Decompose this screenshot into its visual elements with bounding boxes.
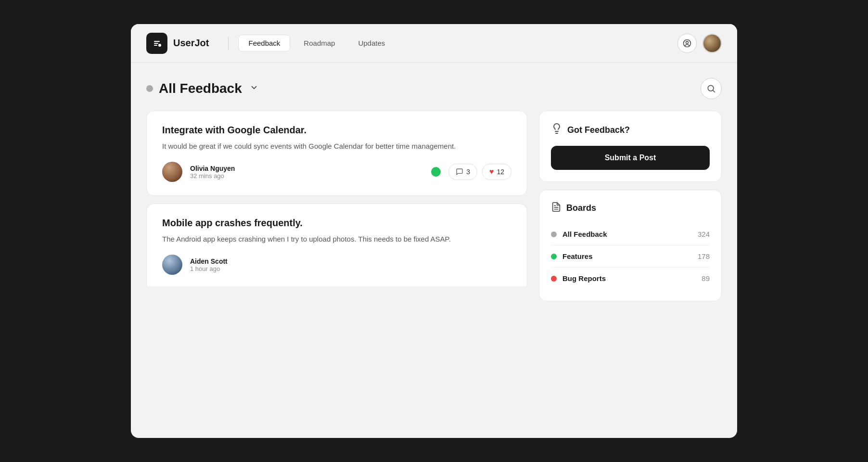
post-1-author-name: Olivia Nguyen [190, 165, 423, 172]
notification-button[interactable] [677, 34, 697, 53]
board-count-features: 178 [698, 252, 710, 260]
post-1-status-dot [431, 167, 441, 177]
nav-feedback[interactable]: Feedback [238, 35, 290, 51]
user-avatar[interactable] [702, 34, 722, 53]
post-1-author-info: Olivia Nguyen 32 mins ago [190, 165, 423, 180]
got-feedback-title: Got Feedback? [567, 125, 630, 135]
comment-icon [456, 168, 463, 176]
post-2-footer: Aiden Scott 1 hour ago [162, 255, 511, 275]
post-2-author-time: 1 hour ago [190, 265, 511, 272]
boards-card: Boards All Feedback 324 Features 178 [539, 190, 722, 301]
got-feedback-card: Got Feedback? Submit a Post [539, 111, 722, 182]
section-title: All Feedback [159, 81, 242, 96]
post-2-author-info: Aiden Scott 1 hour ago [190, 257, 511, 272]
post-1-comment-count: 3 [466, 168, 470, 176]
got-feedback-header: Got Feedback? [551, 123, 710, 137]
board-name-all: All Feedback [562, 230, 698, 238]
board-dot-bugs [551, 276, 557, 282]
header-right [677, 34, 722, 53]
post-1-actions: 3 ♥ 12 [448, 164, 511, 180]
post-2-avatar [162, 255, 182, 275]
boards-list: All Feedback 324 Features 178 Bug Report… [551, 223, 710, 289]
header: UserJot Feedback Roadmap Updates [131, 24, 737, 63]
nav-roadmap[interactable]: Roadmap [294, 35, 345, 51]
board-dot-all [551, 231, 557, 237]
section-header: All Feedback [146, 78, 722, 99]
post-2-author-name: Aiden Scott [190, 257, 511, 265]
header-divider [228, 37, 229, 50]
board-name-features: Features [562, 252, 698, 260]
boards-header: Boards [551, 202, 710, 215]
post-1-footer: Olivia Nguyen 32 mins ago 3 [162, 162, 511, 182]
boards-icon [551, 202, 562, 215]
main-nav: Feedback Roadmap Updates [238, 35, 395, 51]
main-content: All Feedback Integrate with Goo [131, 63, 737, 317]
board-item-all[interactable]: All Feedback 324 [551, 223, 710, 245]
board-name-bugs: Bug Reports [562, 274, 702, 282]
feed-card-2: Mobile app crashes frequently. The Andro… [146, 204, 527, 286]
logo-wrap: UserJot [146, 33, 209, 54]
submit-post-button[interactable]: Submit a Post [551, 146, 710, 170]
lightbulb-icon [551, 123, 562, 137]
sidebar: Got Feedback? Submit a Post [539, 111, 722, 301]
svg-point-1 [158, 44, 161, 47]
section-status-dot [146, 85, 153, 92]
svg-point-4 [708, 85, 714, 91]
post-1-like-count: 12 [497, 168, 504, 176]
post-2-title: Mobile app crashes frequently. [162, 218, 511, 229]
svg-line-5 [713, 90, 715, 92]
heart-icon: ♥ [489, 167, 494, 176]
post-1-title: Integrate with Google Calendar. [162, 125, 511, 136]
svg-point-3 [686, 41, 689, 43]
post-2-desc: The Android app keeps crashing when I tr… [162, 233, 511, 245]
post-1-avatar [162, 162, 182, 182]
app-window: UserJot Feedback Roadmap Updates [131, 24, 737, 438]
feed: Integrate with Google Calendar. It would… [146, 111, 527, 286]
section-dropdown-icon[interactable] [250, 83, 258, 94]
content-row: Integrate with Google Calendar. It would… [146, 111, 722, 301]
post-1-author-time: 32 mins ago [190, 172, 423, 180]
feed-card-1: Integrate with Google Calendar. It would… [146, 111, 527, 196]
board-dot-features [551, 254, 557, 259]
logo-name: UserJot [173, 38, 209, 49]
board-item-bugs[interactable]: Bug Reports 89 [551, 268, 710, 289]
post-1-desc: It would be great if we could sync event… [162, 141, 511, 152]
post-1-comment-button[interactable]: 3 [448, 164, 477, 180]
boards-title: Boards [566, 203, 596, 213]
nav-updates[interactable]: Updates [348, 35, 395, 51]
logo-icon [146, 33, 167, 54]
board-count-bugs: 89 [702, 274, 710, 282]
board-item-features[interactable]: Features 178 [551, 245, 710, 268]
board-count-all: 324 [698, 230, 710, 238]
search-button[interactable] [701, 78, 722, 99]
section-title-wrap: All Feedback [146, 81, 258, 96]
post-1-like-button[interactable]: ♥ 12 [482, 164, 511, 180]
